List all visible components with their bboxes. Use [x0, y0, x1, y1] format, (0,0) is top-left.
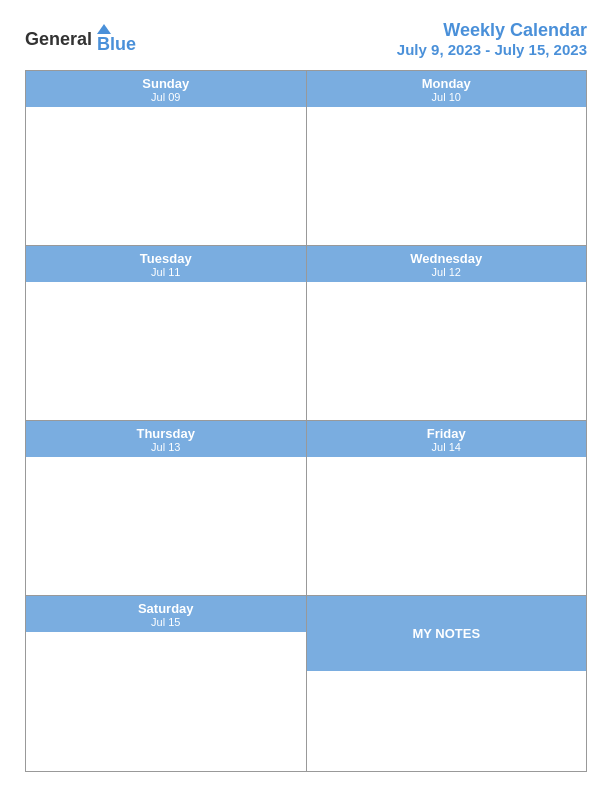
- calendar-title: Weekly Calendar: [397, 20, 587, 41]
- page: General Blue Weekly Calendar July 9, 202…: [0, 0, 612, 792]
- notes-content: [307, 671, 587, 771]
- cell-tuesday: Tuesday Jul 11: [26, 246, 307, 421]
- tuesday-date: Jul 11: [26, 266, 306, 278]
- cell-friday: Friday Jul 14: [307, 421, 587, 596]
- wednesday-content: [307, 282, 587, 420]
- sunday-name: Sunday: [26, 76, 306, 91]
- friday-content: [307, 457, 587, 595]
- friday-name: Friday: [307, 426, 587, 441]
- calendar-row-1: Sunday Jul 09 Monday Jul 10: [26, 71, 586, 246]
- tuesday-content: [26, 282, 306, 420]
- sunday-content: [26, 107, 306, 245]
- thursday-header: Thursday Jul 13: [26, 421, 306, 457]
- saturday-content: [26, 632, 306, 771]
- calendar-row-4: Saturday Jul 15 MY NOTES: [26, 596, 586, 771]
- thursday-date: Jul 13: [26, 441, 306, 453]
- saturday-header: Saturday Jul 15: [26, 596, 306, 632]
- tuesday-header: Tuesday Jul 11: [26, 246, 306, 282]
- wednesday-date: Jul 12: [307, 266, 587, 278]
- calendar-grid: Sunday Jul 09 Monday Jul 10 Tuesday Jul …: [25, 70, 587, 772]
- monday-name: Monday: [307, 76, 587, 91]
- thursday-content: [26, 457, 306, 595]
- cell-notes: MY NOTES: [307, 596, 587, 771]
- thursday-name: Thursday: [26, 426, 306, 441]
- cell-saturday: Saturday Jul 15: [26, 596, 307, 771]
- notes-label: MY NOTES: [412, 626, 480, 641]
- cell-sunday: Sunday Jul 09: [26, 71, 307, 246]
- wednesday-name: Wednesday: [307, 251, 587, 266]
- saturday-name: Saturday: [26, 601, 306, 616]
- monday-date: Jul 10: [307, 91, 587, 103]
- calendar-row-2: Tuesday Jul 11 Wednesday Jul 12: [26, 246, 586, 421]
- calendar-row-3: Thursday Jul 13 Friday Jul 14: [26, 421, 586, 596]
- header-title: Weekly Calendar July 9, 2023 - July 15, …: [397, 20, 587, 58]
- monday-content: [307, 107, 587, 245]
- friday-date: Jul 14: [307, 441, 587, 453]
- tuesday-name: Tuesday: [26, 251, 306, 266]
- logo-blue: Blue: [97, 34, 136, 55]
- header: General Blue Weekly Calendar July 9, 202…: [25, 20, 587, 58]
- logo-general: General: [25, 29, 92, 50]
- monday-header: Monday Jul 10: [307, 71, 587, 107]
- cell-wednesday: Wednesday Jul 12: [307, 246, 587, 421]
- cell-monday: Monday Jul 10: [307, 71, 587, 246]
- notes-header: MY NOTES: [307, 596, 587, 671]
- cell-thursday: Thursday Jul 13: [26, 421, 307, 596]
- logo: General Blue: [25, 24, 136, 55]
- wednesday-header: Wednesday Jul 12: [307, 246, 587, 282]
- saturday-date: Jul 15: [26, 616, 306, 628]
- friday-header: Friday Jul 14: [307, 421, 587, 457]
- calendar-dates: July 9, 2023 - July 15, 2023: [397, 41, 587, 58]
- sunday-header: Sunday Jul 09: [26, 71, 306, 107]
- sunday-date: Jul 09: [26, 91, 306, 103]
